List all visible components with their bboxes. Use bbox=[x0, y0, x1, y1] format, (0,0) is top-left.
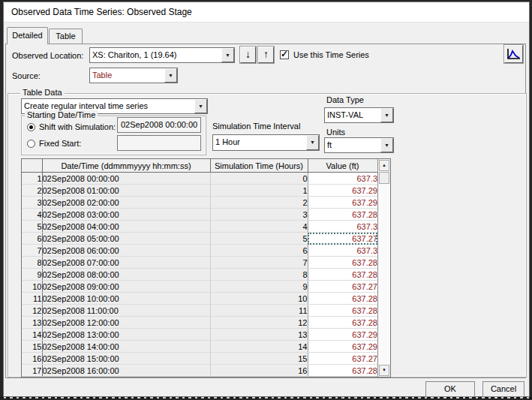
datetime-cell: 02Sep2008 04:00:00 bbox=[42, 221, 210, 233]
chevron-down-icon[interactable]: ▼ bbox=[164, 68, 177, 83]
row-number-cell: 3 bbox=[22, 197, 42, 209]
table-row: 1402Sep2008 13:00:0013637.29 bbox=[22, 329, 377, 341]
observed-location-label: Observed Location: bbox=[12, 51, 83, 60]
simtime-cell: 0 bbox=[210, 173, 308, 185]
observed-location-select[interactable]: XS: Chariton, 1 (19.64) ▼ bbox=[89, 47, 235, 63]
datetime-cell: 02Sep2008 05:00:00 bbox=[42, 233, 210, 245]
plot-button[interactable] bbox=[504, 45, 523, 63]
data-type-label: Data Type bbox=[326, 95, 364, 104]
chevron-down-icon[interactable]: ▼ bbox=[380, 108, 393, 122]
datetime-cell: 02Sep2008 08:00:00 bbox=[42, 269, 210, 281]
row-number-cell: 11 bbox=[22, 293, 42, 305]
sim-interval-label: Simulation Time Interval bbox=[212, 122, 300, 131]
value-cell[interactable]: 637.28 bbox=[308, 257, 377, 269]
scroll-thumb[interactable] bbox=[379, 172, 389, 184]
chevron-down-icon[interactable]: ▼ bbox=[306, 135, 319, 150]
cancel-button[interactable]: Cancel bbox=[482, 381, 524, 397]
datetime-cell: 02Sep2008 03:00:00 bbox=[42, 209, 210, 221]
row-number-cell: 9 bbox=[22, 269, 42, 281]
table-data-group: Table Data Create regular interval time … bbox=[8, 93, 527, 377]
chevron-down-icon[interactable]: ▼ bbox=[194, 99, 207, 113]
up-arrow-icon: ↑ bbox=[263, 48, 269, 60]
value-cell[interactable]: 637.28 bbox=[308, 269, 377, 281]
starting-date-group: Starting Date/Time Shift with Simulation… bbox=[21, 116, 206, 155]
simtime-cell: 14 bbox=[210, 341, 308, 353]
shift-date-input[interactable]: 02Sep2008 00:00:00 bbox=[117, 117, 201, 133]
table-row: 102Sep2008 00:00:000637.3 bbox=[22, 173, 377, 185]
datetime-cell: 02Sep2008 15:00:00 bbox=[42, 353, 210, 365]
vertical-scrollbar[interactable]: ▲ ▼ bbox=[377, 159, 390, 377]
value-cell[interactable]: 637.29 bbox=[308, 341, 377, 353]
detailed-tab-panel: Observed Location: XS: Chariton, 1 (19.6… bbox=[5, 44, 526, 378]
row-number-cell: 8 bbox=[22, 257, 42, 269]
tab-table[interactable]: Table bbox=[49, 29, 83, 44]
value-cell[interactable]: 637.3 bbox=[308, 245, 377, 257]
value-cell[interactable]: 637.28 bbox=[308, 293, 377, 305]
simtime-cell: 16 bbox=[210, 365, 308, 377]
use-time-series-checkbox[interactable]: ✓ bbox=[280, 50, 289, 59]
simtime-cell: 7 bbox=[210, 257, 308, 269]
simtime-cell: 9 bbox=[210, 281, 308, 293]
previous-location-button[interactable]: ↓ bbox=[240, 47, 256, 63]
row-number-cell: 17 bbox=[22, 365, 42, 377]
datetime-cell: 02Sep2008 11:00:00 bbox=[42, 305, 210, 317]
table-row: 1502Sep2008 14:00:0014637.29 bbox=[22, 341, 377, 353]
row-number-cell: 16 bbox=[22, 353, 42, 365]
next-location-button[interactable]: ↑ bbox=[258, 47, 274, 63]
row-number-cell: 13 bbox=[22, 317, 42, 329]
value-cell[interactable]: 637.29 bbox=[308, 185, 377, 197]
value-cell[interactable]: 637.28 bbox=[308, 209, 377, 221]
datetime-cell: 02Sep2008 09:00:00 bbox=[42, 281, 210, 293]
value-cell[interactable]: 637.28 bbox=[308, 365, 377, 377]
plot-icon bbox=[506, 48, 521, 60]
row-number-cell: 4 bbox=[22, 209, 42, 221]
starting-date-group-label: Starting Date/Time bbox=[25, 110, 98, 119]
table-row: 302Sep2008 02:00:002637.29 bbox=[22, 197, 377, 209]
tab-detailed[interactable]: Detailed bbox=[7, 27, 48, 44]
chevron-down-icon[interactable]: ▼ bbox=[380, 138, 393, 152]
value-cell[interactable]: 637.29 bbox=[308, 329, 377, 341]
scroll-up-button[interactable]: ▲ bbox=[379, 160, 389, 171]
units-label: Units bbox=[326, 128, 345, 137]
simtime-cell: 6 bbox=[210, 245, 308, 257]
row-number-cell: 6 bbox=[22, 233, 42, 245]
source-select[interactable]: Table ▼ bbox=[89, 68, 178, 83]
simtime-cell: 8 bbox=[210, 269, 308, 281]
units-select[interactable]: ft ▼ bbox=[324, 137, 394, 153]
row-number-cell: 15 bbox=[22, 341, 42, 353]
data-type-select[interactable]: INST-VAL ▼ bbox=[324, 107, 394, 123]
value-cell[interactable]: 637.27 bbox=[308, 281, 377, 293]
up-triangle-icon: ▲ bbox=[382, 163, 386, 167]
table-row: 1202Sep2008 11:00:0011637.28 bbox=[22, 305, 377, 317]
sim-interval-select[interactable]: 1 Hour ▼ bbox=[212, 134, 320, 151]
shift-with-simulation-radio[interactable] bbox=[27, 123, 35, 131]
source-label: Source: bbox=[12, 71, 41, 80]
value-cell[interactable]: 637.28 bbox=[308, 317, 377, 329]
datetime-cell: 02Sep2008 00:00:00 bbox=[42, 173, 210, 185]
ok-button[interactable]: OK bbox=[425, 381, 475, 397]
scroll-down-button[interactable]: ▼ bbox=[379, 365, 389, 376]
value-cell[interactable]: 637.28 bbox=[308, 305, 377, 317]
datetime-cell: 02Sep2008 07:00:00 bbox=[42, 257, 210, 269]
simtime-cell: 13 bbox=[210, 329, 308, 341]
row-number-cell: 2 bbox=[22, 185, 42, 197]
simtime-cell: 2 bbox=[210, 197, 308, 209]
down-triangle-icon: ▼ bbox=[382, 368, 386, 372]
grid-header-simtime: Simulation Time (Hours) bbox=[210, 159, 308, 173]
value-cell[interactable]: 637.27 bbox=[308, 233, 377, 245]
observed-location-value: XS: Chariton, 1 (19.64) bbox=[92, 48, 220, 62]
observed-data-dialog: Observed Data Time Series: Observed Stag… bbox=[3, 2, 530, 397]
row-number-cell: 7 bbox=[22, 245, 42, 257]
fixed-start-radio[interactable] bbox=[27, 140, 35, 148]
datetime-cell: 02Sep2008 13:00:00 bbox=[42, 329, 210, 341]
grid-header-datetime: Date/Time (ddmmmyyyy hh:mm:ss) bbox=[42, 159, 210, 173]
table-row: 902Sep2008 08:00:008637.28 bbox=[22, 269, 377, 281]
value-cell[interactable]: 637.3 bbox=[308, 173, 377, 185]
value-cell[interactable]: 637.3 bbox=[308, 221, 377, 233]
datetime-cell: 02Sep2008 16:00:00 bbox=[42, 365, 210, 377]
row-number-cell: 12 bbox=[22, 305, 42, 317]
value-cell[interactable]: 637.29 bbox=[308, 197, 377, 209]
value-cell[interactable]: 637.27 bbox=[308, 353, 377, 365]
chevron-down-icon[interactable]: ▼ bbox=[221, 48, 234, 62]
fixed-start-input[interactable] bbox=[117, 135, 201, 151]
